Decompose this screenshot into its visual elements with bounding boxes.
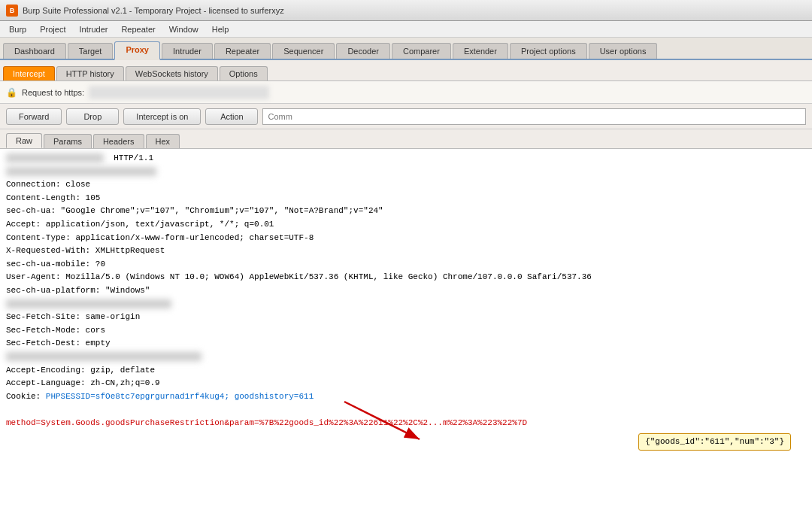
subtab-http-history[interactable]: HTTP history (56, 66, 124, 80)
action-button[interactable]: Action (205, 108, 258, 125)
tab-sequencer[interactable]: Sequencer (272, 43, 335, 59)
content-tab-bar: Raw Params Headers Hex (0, 129, 812, 149)
tooltip-box: {"goods_id":"611","num":"3"} (638, 433, 791, 451)
blurred-line-1 (6, 298, 806, 311)
request-url-blurred (89, 86, 269, 99)
contenttab-hex[interactable]: Hex (146, 134, 180, 148)
title-bar: B Burp Suite Professional v2.1 - Tempora… (0, 0, 812, 21)
menu-bar: Burp Project Intruder Repeater Window He… (0, 21, 812, 38)
header-sec-fetch-mode: Sec-Fetch-Mode: cors (6, 324, 806, 338)
menu-project[interactable]: Project (34, 23, 71, 35)
header-sec-ch-ua-mobile: sec-ch-ua-mobile: ?0 (6, 258, 806, 272)
tab-proxy[interactable]: Proxy (114, 41, 160, 60)
forward-button[interactable]: Forward (6, 108, 62, 125)
tab-target[interactable]: Target (68, 43, 114, 59)
subtab-options[interactable]: Options (220, 66, 268, 80)
cookie-value-link[interactable]: PHPSESSID=sfOe8tc7epgrgurnad1rf4kug4; go… (46, 392, 314, 401)
header-cookie-line: Cookie: PHPSESSID=sfOe8tc7epgrgurnad1rf4… (6, 390, 806, 404)
tab-decoder[interactable]: Decoder (336, 43, 390, 59)
contenttab-params[interactable]: Params (44, 134, 92, 148)
header-user-agent: User-Agent: Mozilla/5.0 (Windows NT 10.0… (6, 271, 806, 284)
http-content-area: HTTP/1.1 Connection: close Content-Lengt… (0, 149, 812, 513)
menu-window[interactable]: Window (163, 23, 205, 35)
empty-line (6, 403, 806, 417)
tab-intruder[interactable]: Intruder (162, 43, 213, 59)
tab-extender[interactable]: Extender (453, 43, 508, 59)
header-accept: Accept: application/json, text/javascrip… (6, 218, 806, 232)
subtab-websockets-history[interactable]: WebSockets history (126, 66, 218, 80)
menu-intruder[interactable]: Intruder (74, 23, 114, 35)
title-bar-text: Burp Suite Professional v2.1 - Temporary… (23, 6, 284, 15)
action-bar: Forward Drop Intercept is on Action (0, 104, 812, 129)
lock-icon: 🔒 (6, 87, 17, 98)
app-icon: B (6, 5, 18, 17)
header-content-length: Content-Length: 105 (6, 192, 806, 205)
header-x-requested-with: X-Requested-With: XMLHttpRequest (6, 244, 806, 258)
http-version: HTTP/1.1 (114, 153, 153, 162)
header-sec-ch-ua-platform: sec-ch-ua-platform: "Windows" (6, 284, 806, 298)
post-data-line: method=System.Goods.goodsPurchaseRestric… (6, 417, 806, 430)
subtab-intercept[interactable]: Intercept (3, 66, 55, 80)
header-accept-language: Accept-Language: zh-CN,zh;q=0.9 (6, 377, 806, 390)
header-content-type: Content-Type: application/x-www-form-url… (6, 232, 806, 245)
tab-project-options[interactable]: Project options (510, 43, 587, 59)
menu-repeater[interactable]: Repeater (115, 23, 161, 35)
drop-button[interactable]: Drop (66, 108, 119, 125)
blurred-method (6, 153, 104, 162)
main-tab-bar: Dashboard Target Proxy Intruder Repeater… (0, 38, 812, 60)
header-accept-encoding: Accept-Encoding: gzip, deflate (6, 364, 806, 378)
request-bar: 🔒 Request to https: (0, 81, 812, 104)
tab-repeater[interactable]: Repeater (214, 43, 271, 59)
contenttab-raw[interactable]: Raw (6, 133, 42, 148)
tab-dashboard[interactable]: Dashboard (3, 43, 66, 59)
blurred-origin (6, 299, 171, 308)
header-sec-ch-ua: sec-ch-ua: "Google Chrome";v="107", "Chr… (6, 205, 806, 218)
post-data-container: method=System.Goods.goodsPurchaseRestric… (6, 417, 806, 430)
sub-tab-bar: Intercept HTTP history WebSockets histor… (0, 60, 812, 81)
cookie-label: Cookie: (6, 392, 46, 401)
header-connection: Connection: close (6, 178, 806, 192)
tab-comparer[interactable]: Comparer (392, 43, 451, 59)
menu-help[interactable]: Help (206, 23, 235, 35)
blurred-host (6, 167, 156, 176)
menu-burp[interactable]: Burp (3, 23, 32, 35)
comment-input[interactable] (262, 108, 806, 125)
intercept-button[interactable]: Intercept is on (123, 108, 201, 125)
tab-user-options[interactable]: User options (589, 43, 658, 59)
http-first-line: HTTP/1.1 (6, 152, 806, 165)
header-sec-fetch-dest: Sec-Fetch-Dest: empty (6, 337, 806, 351)
contenttab-headers[interactable]: Headers (93, 134, 144, 148)
header-sec-fetch-site: Sec-Fetch-Site: same-origin (6, 311, 806, 324)
blurred-line-2 (6, 351, 806, 364)
blurred-referer (6, 352, 201, 361)
request-label: Request to https: (22, 88, 84, 97)
http-host-line (6, 165, 806, 179)
